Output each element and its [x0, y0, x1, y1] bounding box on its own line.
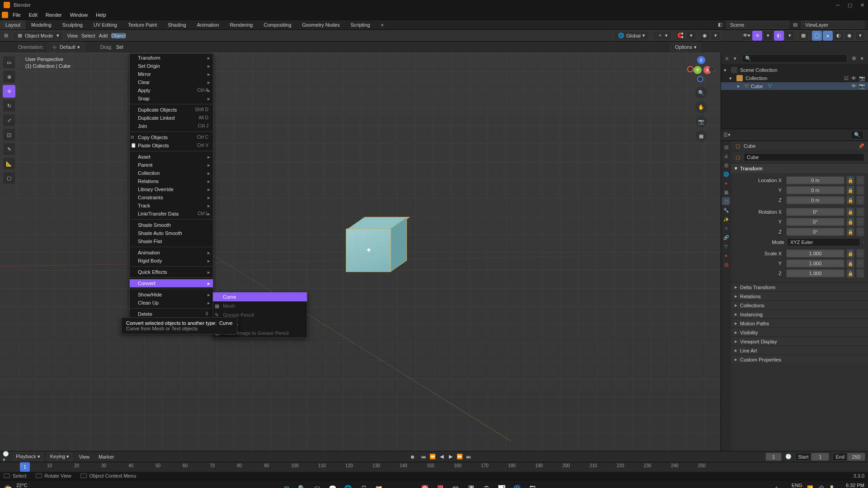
outliner-editor-icon[interactable]: ≡: [724, 55, 730, 61]
propedit-menu[interactable]: ▾: [711, 31, 721, 41]
menu-edit[interactable]: Edit: [25, 11, 41, 19]
scale-x-anim[interactable]: ·: [856, 249, 864, 258]
outliner-new-collection-icon[interactable]: ▾: [859, 55, 865, 61]
tray-wifi-icon[interactable]: 📶: [807, 485, 813, 488]
cm-duplicate-linked[interactable]: Duplicate LinkedAlt D: [130, 114, 213, 122]
maximize-button[interactable]: ▢: [848, 2, 852, 8]
outliner-collection[interactable]: ▾ Collection ☑👁📷: [721, 74, 868, 82]
loc-x-anim[interactable]: ·: [856, 176, 864, 185]
range-lock-icon[interactable]: 🕐: [785, 454, 792, 460]
taskbar-start-icon[interactable]: ⊞: [280, 482, 293, 488]
shading-wireframe[interactable]: ◯: [812, 31, 822, 41]
cm-clear[interactable]: Clear▸: [130, 78, 213, 86]
shading-solid[interactable]: ●: [823, 31, 833, 41]
ptab-output[interactable]: 🖨: [722, 152, 730, 160]
ptab-physics[interactable]: ⚛: [722, 224, 730, 232]
scale-y-anim[interactable]: ·: [856, 259, 864, 268]
taskbar-app3-icon[interactable]: 🗔: [526, 482, 539, 488]
panel-viewport-display[interactable]: ▸Viewport Display: [731, 337, 868, 346]
menu-file[interactable]: File: [9, 11, 24, 19]
tab-animation[interactable]: Animation: [192, 20, 225, 29]
tray-volume-icon[interactable]: 🔊: [818, 485, 824, 488]
tool-measure[interactable]: 📐: [3, 157, 15, 170]
cm-relations[interactable]: Relations▸: [130, 177, 213, 185]
pin-icon[interactable]: 📌: [858, 143, 864, 149]
timeline-ruler[interactable]: 1 01020304050607080901001101201301401501…: [0, 462, 868, 472]
current-frame-field[interactable]: 1: [765, 453, 782, 461]
neg-z-axis-handle[interactable]: [697, 76, 703, 82]
outliner-filter-icon[interactable]: ⚙: [851, 55, 857, 61]
cm-join[interactable]: JoinCtrl J: [130, 122, 213, 130]
tab-compositing[interactable]: Compositing: [258, 20, 297, 29]
ptab-world[interactable]: ●: [722, 179, 730, 187]
editor-type-icon[interactable]: ⊞: [3, 33, 9, 39]
ptab-particles[interactable]: ✨: [722, 215, 730, 223]
tool-cursor[interactable]: ⊕: [3, 70, 15, 83]
cm-track[interactable]: Track▸: [130, 202, 213, 210]
loc-y-lock[interactable]: 🔒: [846, 186, 854, 195]
object-eye-toggle[interactable]: 👁: [851, 83, 856, 89]
panel-delta-transform[interactable]: ▸Delta Transform: [731, 282, 868, 291]
viewport-visibility-button[interactable]: 👁▾: [741, 31, 751, 41]
cm-set-origin[interactable]: Set Origin▸: [130, 62, 213, 70]
tool-annotate[interactable]: ✎: [3, 143, 15, 155]
cm-apply[interactable]: ApplyCtrl A▸: [130, 86, 213, 94]
outliner-cube[interactable]: ▸▽ Cube ▽ 👁📷: [721, 82, 868, 90]
timeline-view[interactable]: View: [76, 454, 92, 460]
ptab-data[interactable]: ▽: [722, 242, 730, 250]
outliner-scene-collection[interactable]: ▾ Scene Collection: [721, 66, 868, 74]
taskbar-excel-icon[interactable]: 📊: [495, 482, 508, 488]
rot-y-field[interactable]: 0°: [786, 218, 844, 226]
taskbar-search-icon[interactable]: 🔍: [296, 482, 308, 488]
sm-curve[interactable]: ◯Curve: [213, 292, 307, 301]
scale-x-field[interactable]: 1.000: [786, 249, 844, 258]
minimize-button[interactable]: ─: [836, 2, 840, 8]
add-workspace-button[interactable]: +: [375, 20, 389, 29]
rotmode-anim[interactable]: ·: [863, 239, 864, 245]
loc-x-lock[interactable]: 🔒: [846, 176, 854, 185]
neg-x-axis-handle[interactable]: [687, 66, 693, 72]
taskbar-stickynotes-icon[interactable]: 🗒: [480, 482, 493, 488]
tray-battery-icon[interactable]: 🔋: [829, 485, 835, 488]
breadcrumb-object[interactable]: ▢ Cube 📌: [731, 141, 868, 151]
shading-matpreview[interactable]: ◐: [834, 31, 844, 41]
weather-icon[interactable]: ⛅: [4, 483, 14, 488]
rot-z-lock[interactable]: 🔒: [846, 227, 854, 236]
jump-end-button[interactable]: ⏭: [465, 453, 473, 461]
taskbar-calendar-icon[interactable]: 📅: [419, 482, 431, 488]
snap-menu[interactable]: ▾: [686, 31, 696, 41]
options-dropdown[interactable]: Options▾: [671, 43, 701, 52]
menu-help[interactable]: Help: [92, 11, 110, 19]
xray-toggle[interactable]: ▦: [798, 31, 808, 41]
taskbar-chrome-icon[interactable]: 🌐: [342, 482, 354, 488]
system-clock[interactable]: 6:32 PM 11/10/2022: [840, 483, 864, 488]
rot-z-field[interactable]: 0°: [786, 228, 844, 236]
scale-z-field[interactable]: 1.000: [786, 269, 844, 277]
header-view[interactable]: View: [67, 33, 78, 38]
tool-scale[interactable]: ⤢: [3, 114, 15, 127]
sm-mesh[interactable]: ▦Mesh: [213, 301, 307, 310]
cm-mirror[interactable]: Mirror▸: [130, 70, 213, 78]
outliner-display-mode[interactable]: ▾: [732, 55, 738, 61]
timeline-playback[interactable]: Playback ▾: [13, 452, 43, 461]
taskbar-explorer-icon[interactable]: 📁: [373, 482, 385, 488]
timeline-editor-icon[interactable]: 🕐▾: [3, 454, 9, 460]
menu-render[interactable]: Render: [42, 11, 66, 19]
collection-exclude-toggle[interactable]: ☑: [844, 75, 849, 81]
cm-clean-up[interactable]: Clean Up▸: [130, 299, 213, 307]
close-button[interactable]: ✕: [860, 2, 864, 8]
snap-toggle[interactable]: 🧲: [675, 31, 685, 41]
loc-z-field[interactable]: 0 m: [786, 196, 844, 204]
outliner-search[interactable]: 🔍: [742, 54, 847, 63]
y-axis-handle[interactable]: Y: [693, 66, 702, 74]
menu-window[interactable]: Window: [66, 11, 91, 19]
cm-parent[interactable]: Parent▸: [130, 161, 213, 169]
pan-gizmo-button[interactable]: ✋: [695, 101, 707, 113]
scale-z-anim[interactable]: ·: [856, 269, 864, 278]
jump-start-button[interactable]: ⏮: [420, 453, 428, 461]
start-frame-field[interactable]: 1: [811, 453, 829, 461]
loc-x-field[interactable]: 0 m: [786, 176, 844, 184]
jump-prevkey-button[interactable]: ⏪: [429, 453, 437, 461]
loc-y-field[interactable]: 0 m: [786, 186, 844, 194]
rot-x-field[interactable]: 0°: [786, 208, 844, 216]
